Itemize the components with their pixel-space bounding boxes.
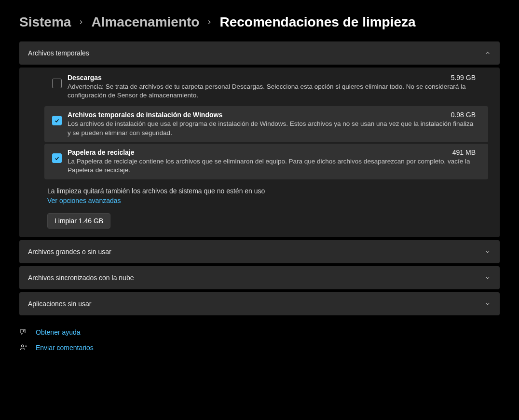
panel-title-temp: Archivos temporales bbox=[28, 49, 89, 57]
checkbox-windows-install[interactable] bbox=[52, 116, 62, 125]
panel-temp-body: Descargas 5.99 GB Advertencia: Se trata … bbox=[19, 68, 500, 237]
panel-header-apps[interactable]: Aplicaciones sin usar bbox=[19, 292, 500, 315]
cleanup-note: La limpieza quitará también los archivos… bbox=[47, 187, 487, 195]
chevron-right-icon bbox=[206, 19, 213, 26]
breadcrumb-system[interactable]: Sistema bbox=[19, 14, 71, 30]
panel-title-large: Archivos grandes o sin usar bbox=[28, 248, 111, 256]
panel-title-apps: Aplicaciones sin usar bbox=[28, 300, 92, 308]
panel-temp-files: Archivos temporales bbox=[19, 41, 500, 65]
item-name: Archivos temporales de instalación de Wi… bbox=[68, 111, 222, 119]
send-feedback-link[interactable]: Enviar comentarios bbox=[19, 343, 500, 352]
feedback-icon bbox=[19, 343, 28, 352]
item-size: 5.99 GB bbox=[445, 74, 476, 81]
chevron-right-icon bbox=[78, 19, 84, 26]
item-name: Papelera de reciclaje bbox=[68, 149, 135, 156]
item-name: Descargas bbox=[68, 74, 102, 81]
breadcrumb-storage[interactable]: Almacenamiento bbox=[91, 14, 199, 30]
bottom-links: Obtener ayuda Enviar comentarios bbox=[19, 328, 500, 352]
panel-cloud-files: Archivos sincronizados con la nube bbox=[19, 266, 500, 289]
item-desc: La Papelera de reciclaje contiene los ar… bbox=[68, 157, 476, 175]
panel-title-cloud: Archivos sincronizados con la nube bbox=[28, 274, 134, 282]
chevron-up-icon bbox=[484, 50, 491, 56]
panel-header-temp[interactable]: Archivos temporales bbox=[19, 41, 500, 65]
help-icon bbox=[19, 328, 28, 337]
breadcrumb: Sistema Almacenamiento Recomendaciones d… bbox=[19, 14, 500, 30]
chevron-down-icon bbox=[484, 248, 491, 255]
panel-large-files: Archivos grandes o sin usar bbox=[19, 240, 500, 263]
cleanup-item-recycle-bin: Papelera de reciclaje 491 MB La Papelera… bbox=[44, 144, 488, 179]
svg-point-0 bbox=[22, 345, 24, 347]
breadcrumb-current: Recomendaciones de limpieza bbox=[219, 14, 415, 30]
send-feedback-label: Enviar comentarios bbox=[36, 344, 94, 352]
advanced-options-link[interactable]: Ver opciones avanzadas bbox=[47, 197, 487, 204]
item-desc: Advertencia: Se trata de archivos de tu … bbox=[68, 82, 476, 100]
clean-button[interactable]: Limpiar 1.46 GB bbox=[47, 213, 110, 229]
panel-header-large[interactable]: Archivos grandes o sin usar bbox=[19, 240, 500, 263]
get-help-link[interactable]: Obtener ayuda bbox=[19, 328, 500, 337]
cleanup-item-descargas: Descargas 5.99 GB Advertencia: Se trata … bbox=[44, 69, 488, 105]
checkmark-icon bbox=[54, 118, 60, 123]
checkbox-descargas[interactable] bbox=[52, 79, 62, 88]
get-help-label: Obtener ayuda bbox=[36, 328, 81, 336]
item-desc: Los archivos de instalación que usa el p… bbox=[68, 120, 476, 137]
chevron-down-icon bbox=[484, 300, 491, 307]
item-size: 0.98 GB bbox=[445, 111, 476, 119]
cleanup-item-windows-install: Archivos temporales de instalación de Wi… bbox=[44, 106, 488, 142]
panel-header-cloud[interactable]: Archivos sincronizados con la nube bbox=[19, 266, 500, 289]
checkmark-icon bbox=[54, 155, 60, 161]
panel-unused-apps: Aplicaciones sin usar bbox=[19, 292, 500, 315]
checkbox-recycle-bin[interactable] bbox=[52, 153, 62, 163]
chevron-down-icon bbox=[484, 274, 491, 281]
item-size: 491 MB bbox=[447, 149, 476, 156]
